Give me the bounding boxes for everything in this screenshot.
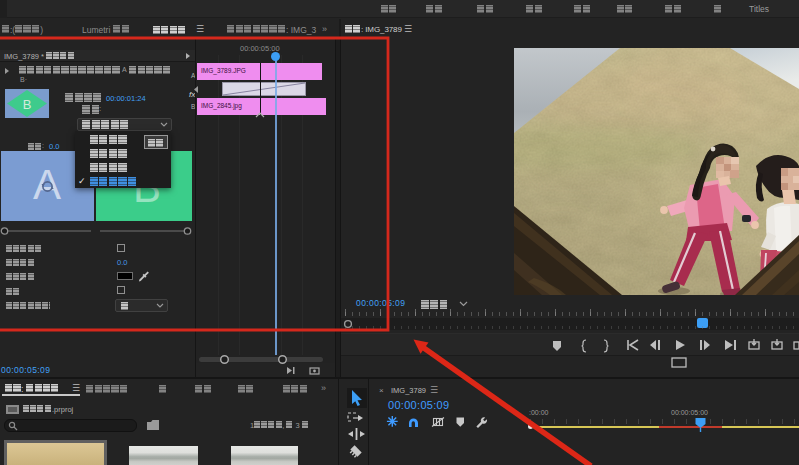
svg-text:B: B bbox=[23, 97, 32, 112]
